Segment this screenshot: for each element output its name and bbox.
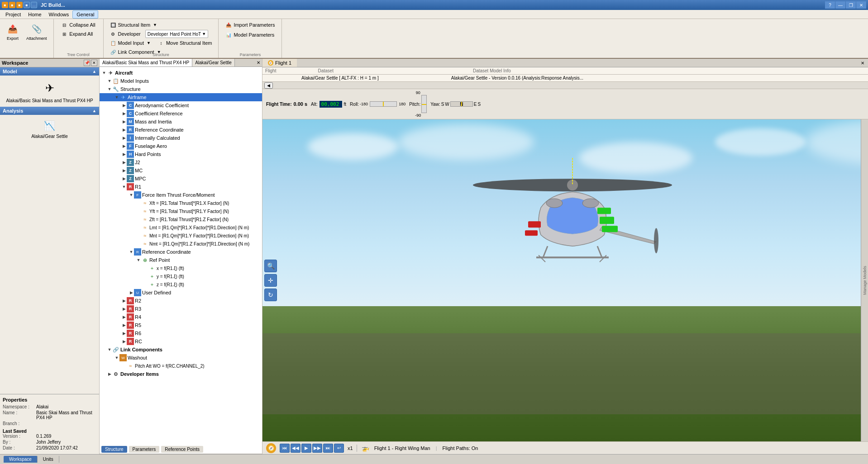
tree-developer-items[interactable]: ▶ ⚙ Developer Items: [100, 370, 262, 378]
developer-dropdown-btn[interactable]: Developer Hard Point HoT ▼: [145, 30, 208, 38]
tree-r5[interactable]: ▶ R R5: [100, 321, 262, 329]
nav-left-btn[interactable]: ◀: [264, 82, 273, 89]
tree-pitch-att[interactable]: ≈ Pitch Att WO = f(RC.CHANNEL_2): [100, 362, 262, 370]
expand-ref-point[interactable]: ▼: [136, 257, 141, 263]
tree-airframe[interactable]: ▼ ✈ Airframe: [100, 93, 262, 101]
model-input-button[interactable]: 📋 Model Input ▼: [107, 39, 153, 47]
tree-r6[interactable]: ▶ R R6: [100, 329, 262, 337]
tree-ref-coord-r1[interactable]: ▼ R Reference Coordinate: [100, 248, 262, 256]
expand-developer-items[interactable]: ▶: [107, 371, 112, 377]
tree-mass-inertia[interactable]: ▶ M Mass and Inertia: [100, 118, 262, 126]
import-parameters-button[interactable]: 📥 Import Parameters: [223, 21, 277, 29]
expand-j2[interactable]: ▶: [121, 160, 127, 165]
sidebar-close-btn[interactable]: ✕: [91, 60, 97, 66]
sidebar-pin-btn[interactable]: 📌: [84, 60, 90, 66]
play-to-start-btn[interactable]: ⏮: [280, 444, 290, 453]
tree-nmt[interactable]: ≈ Nmt = [R1.Qm]*[R1.Z Factor]*[R1.Direct…: [100, 240, 262, 248]
expand-r6[interactable]: ▶: [121, 331, 127, 336]
play-loop-btn[interactable]: ↩: [334, 444, 344, 453]
expand-user-defined[interactable]: ▶: [129, 290, 134, 295]
model-input-dropdown[interactable]: ▼: [147, 41, 151, 45]
viewport-rotate-btn[interactable]: ↻: [264, 289, 277, 301]
tree-mpc[interactable]: ▶ Z MPC: [100, 175, 262, 183]
expand-r4[interactable]: ▶: [121, 314, 127, 320]
tree-x-coord[interactable]: + x = f(R1.ξ) (ft): [100, 264, 262, 272]
tree-j2[interactable]: ▶ Z J2: [100, 158, 262, 166]
model-section-header[interactable]: Model ▲: [0, 67, 99, 76]
tree-lmt[interactable]: ≈ Lmt = [R1.Qm]*[R1.X Factor]*[R1.Direct…: [100, 223, 262, 232]
tree-panel-close-btn[interactable]: ✕: [255, 59, 262, 66]
restore-btn[interactable]: ❐: [846, 1, 856, 9]
export-button[interactable]: 📤 Export: [4, 21, 22, 43]
tree-force-item[interactable]: ▼ F Force Item Thrust Force/Moment: [100, 191, 262, 199]
close-btn[interactable]: ✕: [856, 1, 866, 9]
model-parameters-button[interactable]: 📊 Model Parameters: [223, 31, 277, 39]
tree-tab-reference-points[interactable]: Reference Points: [161, 446, 203, 453]
expand-fuselage-aero[interactable]: ▶: [121, 143, 127, 149]
minimize-btn[interactable]: —: [835, 1, 845, 9]
dropdown-arrow-icon[interactable]: ▼: [202, 32, 206, 36]
tree-y-coord[interactable]: + y = f(R1.ξ) (ft): [100, 272, 262, 280]
tree-user-defined[interactable]: ▶ U User Defined: [100, 289, 262, 297]
help-btn[interactable]: ?: [825, 1, 835, 9]
expand-r2[interactable]: ▶: [121, 298, 127, 303]
expand-r1[interactable]: ▼: [121, 184, 127, 189]
expand-coeff-ref[interactable]: ▶: [121, 111, 127, 116]
expand-mpc[interactable]: ▶: [121, 176, 127, 181]
tree-structure[interactable]: ▼ 🔧 Structure: [100, 85, 262, 93]
expand-aero-coeff[interactable]: ▶: [121, 103, 127, 108]
tree-tab-0[interactable]: Alakai/Basic Skai Mass and Thrust PX4 HP: [100, 59, 192, 66]
expand-rc[interactable]: ▶: [121, 339, 127, 344]
tree-tab-1[interactable]: Alakai/Gear Settle: [192, 59, 235, 66]
menu-general[interactable]: General: [72, 10, 98, 19]
developer-button[interactable]: ⚙ Developer: [107, 30, 143, 38]
expand-model-inputs[interactable]: ▼: [107, 78, 112, 84]
structural-item-button[interactable]: 🔲 Structural Item ▼: [107, 21, 160, 29]
tree-r3[interactable]: ▶ R R3: [100, 305, 262, 313]
tree-z-coord[interactable]: + z = f(R1.ξ) (ft): [100, 280, 262, 289]
menu-windows[interactable]: Windows: [45, 11, 73, 18]
tree-yft[interactable]: ≈ Yft = [R1.Total Thrust]*[R1.Y Factor] …: [100, 207, 262, 215]
play-forward-fast-btn[interactable]: ▶▶: [312, 444, 322, 453]
menu-project[interactable]: Project: [2, 11, 24, 18]
menu-home[interactable]: Home: [24, 11, 45, 18]
expand-ref-coord-r1[interactable]: ▼: [129, 249, 134, 255]
tree-zft[interactable]: ≈ Zft = [R1.Total Thrust]*[R1.Z Factor] …: [100, 215, 262, 223]
tree-coeff-ref[interactable]: ▶ C Coefficient Reference: [100, 109, 262, 118]
tree-ref-point[interactable]: ▼ ⊕ Ref Point: [100, 256, 262, 264]
viewport[interactable]: 🔍 ✛ ↻ Manage Models: [262, 119, 868, 441]
play-btn[interactable]: ▶: [301, 444, 311, 453]
tree-ref-coord[interactable]: ▶ R Reference Coordinate: [100, 126, 262, 134]
play-back-fast-btn[interactable]: ◀◀: [291, 444, 300, 453]
move-structural-button[interactable]: ↕ Move Structural Item: [155, 39, 215, 47]
expand-r3[interactable]: ▶: [121, 306, 127, 312]
viewport-zoom-btn[interactable]: 🔍: [264, 260, 277, 272]
tree-fuselage-aero[interactable]: ▶ F Fuselage Aero: [100, 142, 262, 150]
expand-link-components[interactable]: ▼: [107, 347, 112, 352]
tree-mc[interactable]: ▶ Z MC: [100, 166, 262, 175]
expand-mc[interactable]: ▶: [121, 168, 127, 173]
flight-tab[interactable]: 🧭 Flight 1: [262, 59, 297, 67]
tree-mnt[interactable]: ≈ Mnt = [R1.Qm]*[R1.Y Factor]*[R1.Direct…: [100, 232, 262, 240]
flight-panel-close-btn[interactable]: ✕: [861, 61, 864, 66]
status-tab-units[interactable]: Units: [38, 456, 59, 463]
tree-r4[interactable]: ▶ R R4: [100, 313, 262, 321]
expand-mass-inertia[interactable]: ▶: [121, 119, 127, 124]
tree-rc[interactable]: ▶ R RC: [100, 337, 262, 346]
analysis-item[interactable]: 📉 Alakai/Gear Settle: [0, 115, 99, 142]
tree-internally-calc[interactable]: ▶ I Internally Calculated: [100, 134, 262, 142]
tree-r1[interactable]: ▼ R R1: [100, 183, 262, 191]
expand-hard-points[interactable]: ▶: [121, 152, 127, 157]
expand-all-button[interactable]: ⊞ Expand All: [58, 30, 98, 38]
tree-link-components[interactable]: ▼ 🔗 Link Components: [100, 346, 262, 354]
expand-ref-coord[interactable]: ▶: [121, 127, 127, 133]
play-to-end-btn[interactable]: ⏭: [323, 444, 333, 453]
expand-structure[interactable]: ▼: [107, 86, 112, 92]
status-tab-workspace[interactable]: Workspace: [4, 456, 38, 463]
attachment-button[interactable]: 📎 Attachment: [24, 21, 50, 43]
tree-tab-structure[interactable]: Structure: [101, 446, 127, 453]
expand-washout[interactable]: ▼: [114, 355, 119, 360]
tree-xft[interactable]: ≈ Xft = [R1.Total Thrust]*[R1.X Factor] …: [100, 199, 262, 207]
expand-internally-calc[interactable]: ▶: [121, 135, 127, 141]
expand-force-item[interactable]: ▼: [129, 192, 134, 198]
